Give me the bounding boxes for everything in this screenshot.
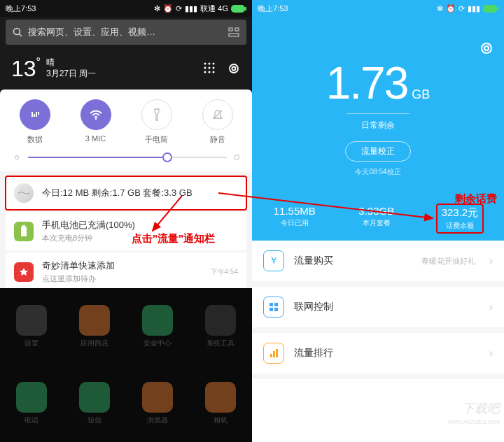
- watermark: 下载吧: [462, 400, 500, 417]
- status-time: 晚上7:53: [6, 3, 36, 14]
- right-screenshot: 晚上7:53 ✻ ⏰ ⟳ ▮▮▮ 1.73 GB 日常剩余 流量校正 今天08:…: [252, 0, 504, 442]
- menu-rank[interactable]: 流量排行 ›: [252, 333, 504, 379]
- notification-battery[interactable]: 手机电池已充满(100%) 本次充电8分钟: [6, 212, 246, 250]
- battery-notif-title: 手机电池已充满(100%): [42, 219, 238, 231]
- svg-rect-23: [22, 225, 25, 227]
- data-remaining-value: 1.73 GB: [326, 57, 430, 109]
- svg-rect-32: [270, 354, 272, 357]
- svg-rect-29: [274, 303, 278, 306]
- alarm-icon: ⏰: [163, 4, 173, 13]
- slider-thumb[interactable]: [162, 152, 172, 162]
- status-icons-right: ✻ ⏰ ⟳ ▮▮▮: [288, 4, 498, 13]
- svg-point-26: [482, 43, 491, 53]
- auto-brightness-icon[interactable]: [234, 155, 239, 160]
- svg-point-11: [209, 67, 211, 69]
- toggle-wifi[interactable]: 3 MIC: [71, 99, 121, 145]
- app-security[interactable]: 安全中心: [142, 305, 173, 348]
- watermark-url: www.xiazaiba.com: [448, 418, 500, 425]
- net-control-icon: [263, 297, 284, 318]
- battery-notif-sub: 本次充电8分钟: [42, 233, 238, 243]
- svg-rect-25: [497, 7, 498, 10]
- wunderlist-notif-icon: [14, 262, 34, 282]
- svg-rect-6: [229, 34, 239, 36]
- battery-icon: [231, 5, 246, 13]
- weather-widget[interactable]: 13° 晴 3月27日 周一: [0, 48, 252, 90]
- weather-date: 3月27日 周一: [46, 69, 96, 80]
- apps-grid-icon[interactable]: [203, 62, 216, 76]
- svg-rect-4: [229, 28, 232, 31]
- menu-buy-data[interactable]: ￥ 流量购买 春暖花开抽好礼 ›: [252, 241, 504, 287]
- scan-icon[interactable]: [228, 27, 239, 37]
- settings-gear-icon[interactable]: [479, 41, 494, 56]
- wunderlist-notif-time: 下午4:54: [211, 267, 238, 277]
- toggle-torch[interactable]: 手电筒: [132, 99, 182, 145]
- app-tools[interactable]: 系统工具: [205, 305, 236, 348]
- menu-list: ￥ 流量购买 春暖花开抽好礼 › 联网控制 › 流量排行 ›: [252, 241, 504, 379]
- wunderlist-notif-sub: 点这里添加待办: [42, 273, 202, 284]
- svg-point-2: [14, 29, 20, 35]
- correct-button[interactable]: 流量校正: [345, 141, 411, 162]
- temperature: 13°: [11, 56, 41, 82]
- app-phone[interactable]: 电话: [16, 382, 47, 425]
- svg-point-15: [213, 71, 215, 73]
- divider: [346, 113, 410, 114]
- data-icon: [20, 99, 50, 130]
- silent-icon: [202, 99, 233, 130]
- traffic-notif-text: 今日:12 MB 剩余:1.7 GB 套餐:3.3 GB: [42, 187, 238, 199]
- svg-rect-31: [274, 308, 278, 311]
- svg-rect-5: [235, 28, 239, 31]
- svg-point-10: [204, 67, 206, 69]
- toggle-silent[interactable]: 静音: [192, 99, 243, 145]
- status-time-right: 晚上7:53: [258, 3, 288, 14]
- svg-point-20: [15, 156, 19, 159]
- toggle-data[interactable]: 数据: [10, 99, 60, 145]
- search-placeholder: 搜索网页、设置、应用、视频…: [28, 26, 155, 38]
- torch-icon: [141, 99, 172, 130]
- traffic-notif-icon: [14, 183, 34, 203]
- stat-balance: 323.2元 话费余额: [438, 205, 483, 232]
- svg-rect-30: [270, 308, 273, 311]
- toggle-row: 数据 3 MIC 手电筒 静音: [0, 90, 252, 149]
- svg-rect-28: [270, 303, 273, 306]
- stats-row: 11.55MB 今日已用 3.33GB 本月套餐 323.2元 话费余额: [252, 205, 504, 232]
- app-camera[interactable]: 相机: [205, 382, 236, 425]
- weather-info: 晴 3月27日 周一: [46, 57, 96, 79]
- rank-icon: [263, 343, 284, 364]
- svg-point-7: [204, 63, 206, 65]
- notification-traffic[interactable]: 今日:12 MB 剩余:1.7 GB 套餐:3.3 GB: [6, 176, 246, 210]
- svg-rect-1: [245, 7, 246, 10]
- left-screenshot: 晚上7:53 ✻ ⏰ ⟳ ▮▮▮ 联通 4G 搜索网页、设置、应用、视频… 13…: [0, 0, 252, 442]
- app-grid: 设置 应用商店 安全中心 系统工具 电话 短信 浏览器 相机: [0, 288, 252, 442]
- stat-month-plan: 3.33GB 本月套餐: [358, 205, 394, 232]
- buy-icon: ￥: [263, 250, 284, 271]
- svg-line-3: [20, 34, 22, 37]
- status-bar-left: 晚上7:53 ✻ ⏰ ⟳ ▮▮▮ 联通 4G: [0, 0, 252, 17]
- weather-condition: 晴: [46, 57, 96, 69]
- svg-rect-22: [21, 227, 27, 236]
- wifi-icon: [80, 99, 111, 130]
- settings-gear-icon[interactable]: [227, 62, 241, 76]
- svg-rect-24: [483, 5, 497, 13]
- app-browser[interactable]: 浏览器: [142, 382, 173, 425]
- app-settings[interactable]: 设置: [16, 305, 47, 348]
- app-store[interactable]: 应用商店: [79, 305, 110, 348]
- battery-icon: [483, 5, 498, 13]
- sync-icon: ⟳: [176, 4, 182, 13]
- svg-point-13: [204, 71, 206, 73]
- svg-point-17: [232, 67, 236, 71]
- chevron-right-icon: ›: [489, 301, 493, 313]
- menu-net-control[interactable]: 联网控制 ›: [252, 287, 504, 333]
- svg-point-9: [213, 63, 215, 65]
- stat-today-used: 11.55MB 今日已用: [274, 205, 316, 232]
- notification-wunderlist[interactable]: 奇妙清单快速添加 点这里添加待办 下午4:54: [6, 252, 246, 291]
- chevron-right-icon: ›: [489, 255, 493, 267]
- svg-rect-0: [231, 5, 245, 13]
- bluetooth-icon: ✻: [437, 4, 443, 13]
- search-bar[interactable]: 搜索网页、设置、应用、视频…: [6, 20, 246, 45]
- brightness-slider[interactable]: [28, 157, 227, 158]
- app-sms[interactable]: 短信: [79, 382, 110, 425]
- data-usage-header: 1.73 GB 日常剩余 流量校正 今天08:54校正 11.55MB 今日已用…: [252, 17, 504, 241]
- brightness-slider-row: [0, 149, 252, 171]
- status-icons: ✻ ⏰ ⟳ ▮▮▮ 联通 4G: [36, 3, 246, 14]
- signal-icon: ▮▮▮: [185, 4, 197, 13]
